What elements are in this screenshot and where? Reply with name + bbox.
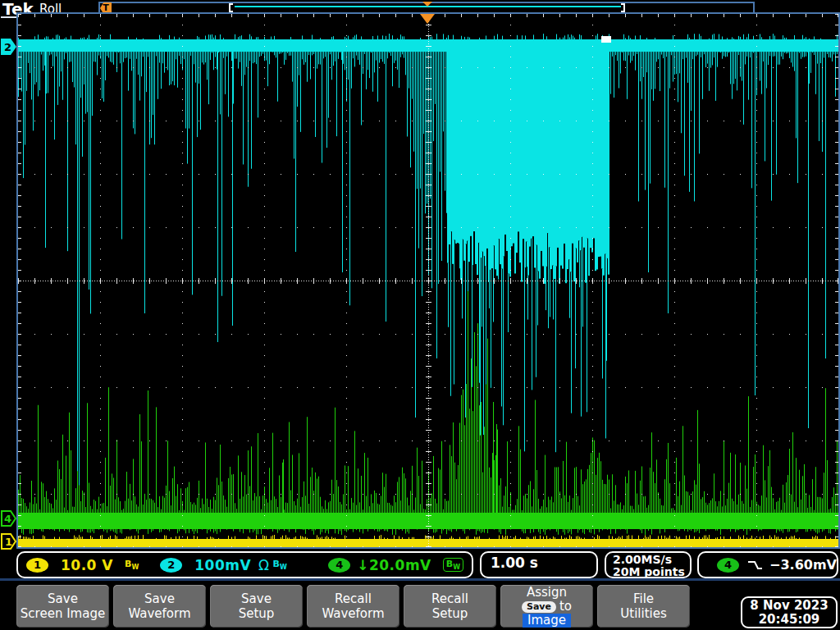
date-text: 8 Nov 2023: [742, 599, 836, 613]
ch4-readout-group: 4 ↓20.0mV BW: [328, 557, 463, 573]
waveform-display[interactable]: [18, 14, 838, 547]
datetime-box: 8 Nov 2023 20:45:09: [741, 596, 838, 628]
ch1-scale: 10.0 V: [61, 557, 113, 573]
file-utilities-button[interactable]: File Utilities: [597, 585, 690, 628]
time-text: 20:45:09: [742, 613, 836, 627]
recall-setup-button[interactable]: Recall Setup: [404, 585, 496, 628]
trigger-box[interactable]: 4 −3.60mV: [697, 551, 838, 578]
channel-readout-bar: 1 10.0 V BW 2 100mV Ω BW 4 ↓20.0mV BW: [16, 551, 473, 578]
ch4-badge[interactable]: 4: [328, 558, 350, 573]
ch1-marker[interactable]: 1: [1, 533, 17, 550]
ch2-marker[interactable]: 2: [1, 39, 17, 55]
timebase-value: 1.00 s: [491, 555, 538, 571]
ch2-scale: 100mV: [194, 557, 251, 573]
ch2-marker-label: 2: [4, 41, 11, 53]
ch4-marker[interactable]: 4: [1, 510, 17, 527]
record-length: 20M points: [613, 566, 690, 578]
save-waveform-button[interactable]: Save Waveform: [113, 585, 206, 628]
ch2-coupling-icon: Ω: [258, 557, 270, 573]
save-setup-button[interactable]: Save Setup: [210, 585, 303, 628]
save-screen-image-button[interactable]: Save Screen Image: [16, 585, 109, 628]
falling-edge-icon: [746, 559, 762, 572]
ch1-badge[interactable]: 1: [26, 558, 48, 573]
sample-rate: 2.00MS/s: [613, 554, 690, 566]
ch4-marker-label: 4: [4, 513, 11, 525]
assign-target: Image: [523, 614, 571, 628]
save-key-badge: Save: [522, 601, 556, 613]
recall-waveform-button[interactable]: Recall Waveform: [307, 585, 399, 628]
timebase-box[interactable]: 1.00 s: [480, 551, 598, 578]
expansion-point-icon: [422, 2, 432, 7]
zoom-window-bracket-left[interactable]: [229, 3, 233, 12]
ch2-bandwidth-icon: BW: [273, 559, 287, 571]
graticule: [16, 12, 840, 549]
trigger-level: −3.60mV: [769, 557, 837, 573]
ch2-badge[interactable]: 2: [160, 558, 182, 573]
acquisition-box[interactable]: 2.00MS/s 20M points: [605, 551, 692, 578]
ch1-marker-label: 1: [5, 536, 12, 548]
assign-save-button[interactable]: Assign Saveto Image: [500, 585, 593, 628]
status-divider: [0, 578, 840, 581]
ch4-scale: ↓20.0mV: [357, 557, 431, 573]
zoom-window-bracket-right[interactable]: [621, 3, 625, 12]
ch4-bandwidth-icon: BW: [443, 558, 463, 572]
ch1-bandwidth-icon: BW: [125, 559, 139, 571]
trigger-position-icon[interactable]: [420, 14, 435, 24]
trigger-source-badge: 4: [717, 558, 739, 573]
